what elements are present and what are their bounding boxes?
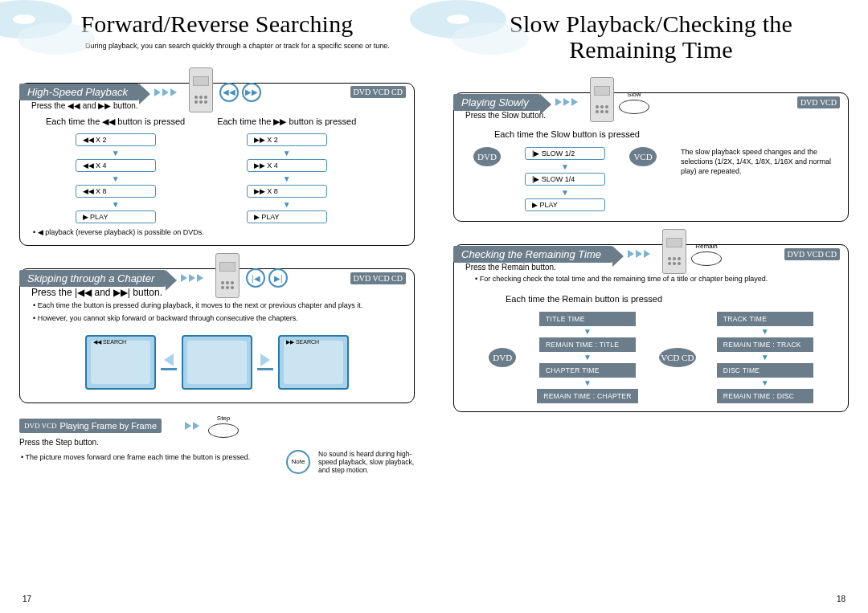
note-text: No sound is heard during high-speed play… xyxy=(318,450,415,475)
vcd-cd-oval: VCD CD xyxy=(659,348,696,367)
tv-screen: ▶▶ SEARCH xyxy=(278,335,349,390)
header-high-speed: High-Speed Playback xyxy=(19,84,139,100)
page-number: 18 xyxy=(837,595,845,603)
header-slow: Playing Slowly xyxy=(453,94,540,111)
forward-icon: ▶▶ xyxy=(242,83,261,102)
manual-spread: Forward/Reverse Searching During playbac… xyxy=(0,0,868,613)
remain-step: REMAIN TIME : TITLE xyxy=(539,337,636,352)
section-slow: Playing Slowly Slow DVD VCD Press the Sl… xyxy=(453,92,849,222)
disc-badge: DVD VCD CD xyxy=(784,248,841,260)
speed-step: ▶▶ X 2 xyxy=(247,133,327,146)
step-button-icon: Step xyxy=(208,415,239,438)
page-17: Forward/Reverse Searching During playbac… xyxy=(0,0,434,613)
remain-bullet: For checking check the total time and th… xyxy=(465,275,837,284)
skip-back-icon: |◀ xyxy=(246,268,265,288)
note-reverse: ◀ playback (reverse playback) is possibl… xyxy=(31,228,403,238)
each-fwd-label: Each time the ▶▶ button is pressed xyxy=(217,116,356,127)
each-line: Each time the Remain button is pressed xyxy=(465,294,837,304)
section-remain: Checking the Remaining Time Remain DVD V… xyxy=(453,244,849,412)
arrow-right-icon xyxy=(260,353,270,366)
remote-icon xyxy=(189,67,213,112)
each-line: Each time the Slow button is pressed xyxy=(465,129,837,139)
speed-step: ▶ PLAY xyxy=(76,210,156,223)
disc-badge: DVD VCD xyxy=(797,96,840,108)
each-rev-label: Each time the ◀◀ button is pressed xyxy=(46,116,185,127)
tv-screen xyxy=(182,335,252,390)
page-title: Forward/Reverse Searching xyxy=(19,11,415,37)
remain-step: REMAIN TIME : CHAPTER xyxy=(537,389,638,403)
page-18: Slow Playback/Checking the Remaining Tim… xyxy=(434,0,868,613)
slow-step: ▶ PLAY xyxy=(525,198,605,211)
remote-icon xyxy=(215,253,240,298)
speed-step: ◀◀ X 8 xyxy=(76,185,156,198)
step-instruction: Press the Step button. xyxy=(19,438,415,447)
dvd-oval: DVD xyxy=(473,147,501,166)
remain-step: REMAIN TIME : DISC xyxy=(717,389,813,403)
disc-badge: DVD VCD CD xyxy=(350,272,407,284)
slow-step: |▶ SLOW 1/4 xyxy=(525,173,605,186)
tv-screen: ◀◀ SEARCH xyxy=(85,335,156,390)
speed-step: ◀◀ X 2 xyxy=(76,133,156,146)
header-skipping: Skipping through a Chapter xyxy=(19,270,166,287)
remain-step: REMAIN TIME : TRACK xyxy=(717,337,813,352)
skip-bullet-1: Each time the button is pressed during p… xyxy=(31,301,403,311)
note-icon: Note xyxy=(286,450,310,474)
remote-icon xyxy=(590,77,614,122)
disc-badge: DVD VCD CD xyxy=(350,86,407,98)
speed-step: ▶▶ X 4 xyxy=(247,159,327,172)
slow-button-icon: Slow xyxy=(619,91,649,114)
remote-icon xyxy=(662,229,686,274)
remain-step: TITLE TIME xyxy=(539,312,636,326)
speed-step: ▶ PLAY xyxy=(247,210,327,223)
speed-step: ▶▶ X 8 xyxy=(247,185,327,198)
remain-button-icon: Remain xyxy=(691,243,722,266)
page-number: 17 xyxy=(23,595,31,603)
remain-step: CHAPTER TIME xyxy=(539,363,636,378)
speed-step: ◀◀ X 4 xyxy=(76,159,156,172)
header-remain: Checking the Remaining Time xyxy=(453,246,612,263)
remain-step: TRACK TIME xyxy=(717,312,813,326)
frame-by-frame-row: DVD VCD Playing Frame by Frame Step xyxy=(19,415,415,438)
section-skipping: Skipping through a Chapter |◀ ▶| DVD VCD… xyxy=(19,268,415,403)
vcd-oval: VCD xyxy=(629,147,657,166)
slow-step: |▶ SLOW 1/2 xyxy=(525,147,605,160)
page-title: Slow Playback/Checking the Remaining Tim… xyxy=(453,11,849,62)
arrow-left-icon xyxy=(164,353,174,366)
frame-label: DVD VCD Playing Frame by Frame xyxy=(19,419,162,433)
remain-step: DISC TIME xyxy=(717,363,813,378)
slow-info: The slow playback speed changes and the … xyxy=(681,147,833,176)
page-subtitle: During playback, you can search quickly … xyxy=(85,42,415,51)
section-high-speed: High-Speed Playback ◀◀ ▶▶ DVD VCD CD Pre… xyxy=(19,83,415,247)
skip-bullet-2: However, you cannot skip forward or back… xyxy=(31,314,403,324)
dvd-oval: DVD xyxy=(489,348,516,367)
skip-fwd-icon: ▶| xyxy=(268,268,288,288)
rewind-icon: ◀◀ xyxy=(219,83,239,102)
frame-bullet: The picture moves forward one frame each… xyxy=(19,453,278,463)
